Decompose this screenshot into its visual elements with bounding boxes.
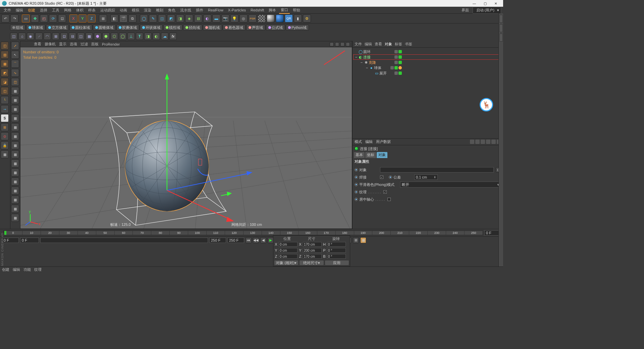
field-btn-11[interactable]: 声音域 xyxy=(246,24,265,31)
cloner-button[interactable]: ◈ xyxy=(185,14,193,22)
t3-6[interactable]: ⊞ xyxy=(52,33,59,40)
field-btn-13[interactable]: Python域 xyxy=(286,24,309,31)
lt2-path-icon[interactable]: ∿ xyxy=(11,69,19,77)
flag-gray-icon[interactable] xyxy=(394,50,398,53)
sphere-icon[interactable] xyxy=(267,14,275,22)
t3-5[interactable]: ◠ xyxy=(44,33,51,40)
t3-9[interactable]: ◫ xyxy=(77,33,85,40)
field-btn-12[interactable]: 公式域 xyxy=(266,24,285,31)
attr-icon-1[interactable] xyxy=(470,140,474,144)
bm-create[interactable]: 创建 xyxy=(2,267,9,272)
flag-orange-icon[interactable] xyxy=(398,66,402,69)
attr-phong-combo[interactable]: 断开▾ xyxy=(400,182,501,188)
size-input[interactable]: 170 cm xyxy=(303,254,322,259)
t3-3[interactable]: ◉ xyxy=(27,33,34,40)
menu-pipeline[interactable]: 流水线 xyxy=(178,7,193,13)
bm-edit[interactable]: 编辑 xyxy=(13,267,20,272)
key-misc-button[interactable]: ⊞ xyxy=(353,237,359,243)
tree-flags[interactable] xyxy=(394,71,502,75)
tree-row-2[interactable]: −✺克隆 xyxy=(353,60,502,65)
t3-7[interactable]: ⊡ xyxy=(60,33,68,40)
subdiv-button[interactable]: ◩ xyxy=(167,14,175,22)
texture-mode-icon[interactable]: ▨ xyxy=(1,51,9,59)
rot-input[interactable]: 0 ° xyxy=(327,254,346,259)
menu-tracker[interactable]: 运动跟踪 xyxy=(99,7,117,13)
move-tool[interactable]: ✥ xyxy=(31,14,39,22)
rotate-tool[interactable]: ⟳ xyxy=(49,14,57,22)
field-btn-5[interactable]: 胶囊体域 xyxy=(116,24,139,31)
coord-mode-combo[interactable]: 对象 (相对) ▾ xyxy=(274,260,299,265)
tree-flags[interactable] xyxy=(394,50,502,53)
tree-row-4[interactable]: ▭展开 xyxy=(353,70,502,76)
field-btn-9[interactable]: 随机域 xyxy=(203,24,222,31)
poly-mode-icon[interactable]: ◫ xyxy=(1,87,9,95)
flag-green-icon[interactable] xyxy=(398,50,402,53)
scrub-bar[interactable] xyxy=(40,238,208,243)
bend-button[interactable]: ◐ xyxy=(203,14,211,22)
axis-mode-icon[interactable]: └ xyxy=(1,96,9,104)
t3-4[interactable]: ⟋ xyxy=(35,33,43,40)
prev-frame-button[interactable]: ◀ xyxy=(260,237,266,243)
render-pv-button[interactable]: ⧉ xyxy=(128,14,137,22)
t3-18[interactable]: ◐ xyxy=(153,33,160,40)
light-button[interactable]: 💡 xyxy=(230,14,238,22)
coord-size-combo[interactable]: 绝对尺寸 ▾ xyxy=(299,260,324,265)
lt2-6[interactable]: ▦ xyxy=(11,132,19,140)
uv-mode-icon[interactable]: ▦ xyxy=(1,60,9,68)
redo-button[interactable]: ↷ xyxy=(10,14,18,22)
tree-flags[interactable] xyxy=(390,66,502,69)
pos-input[interactable]: 0 cm xyxy=(279,242,298,247)
point-mode-icon[interactable]: ◩ xyxy=(1,69,9,77)
om-tab-3[interactable]: 对象 xyxy=(385,42,392,47)
t3-14[interactable]: ◯ xyxy=(119,33,126,40)
pos-input[interactable]: 0 cm xyxy=(279,248,298,253)
menu-create[interactable]: 创建 xyxy=(26,7,37,13)
tree-expand-icon[interactable]: − xyxy=(365,66,369,70)
recent-tool[interactable]: ⊡ xyxy=(58,14,66,22)
vp-menu-prorender[interactable]: ProRender xyxy=(102,42,120,46)
snap-s-icon[interactable]: S xyxy=(1,114,9,122)
tree-row-3[interactable]: −●球体 xyxy=(353,65,502,70)
menu-realflow[interactable]: RealFlow xyxy=(206,7,225,13)
attr-tex-checkbox[interactable]: ✓ xyxy=(383,190,387,194)
rot-input[interactable]: 0 ° xyxy=(327,242,346,247)
timeline-ruler[interactable]: 0102030405060708090100110120130140150160… xyxy=(3,231,483,235)
t3-11[interactable]: ⬢ xyxy=(94,33,101,40)
om-tab-4[interactable]: 标签 xyxy=(395,42,402,47)
rot-input[interactable]: 0 ° xyxy=(327,248,346,253)
lt2-11[interactable]: ▦ xyxy=(11,178,19,186)
om-tab-2[interactable]: 查看 xyxy=(375,42,382,47)
vp-nav1-icon[interactable] xyxy=(330,42,334,46)
field-btn-10[interactable]: 着色器域 xyxy=(223,24,246,31)
lock-icon[interactable]: 🔒 xyxy=(1,141,9,149)
cube-button[interactable]: ◫ xyxy=(158,14,166,22)
checker-icon[interactable] xyxy=(258,14,266,22)
vp-nav4-icon[interactable] xyxy=(346,42,350,46)
range-start-field[interactable]: 0 F xyxy=(2,238,19,243)
attr-icon-5[interactable] xyxy=(491,140,496,144)
psr-button[interactable]: PSR xyxy=(249,14,257,22)
attr-object-input[interactable] xyxy=(380,167,494,172)
spline-pen-button[interactable]: ✎ xyxy=(149,14,157,22)
coord-apply-button[interactable]: 应用 xyxy=(325,260,349,265)
scale-tool[interactable]: ◰ xyxy=(40,14,48,22)
minimize-button[interactable]: — xyxy=(469,0,480,6)
attr-weld-checkbox[interactable]: ✓ xyxy=(380,176,383,179)
viewport[interactable]: y x Number of emitters: 0 Total live par… xyxy=(20,47,352,229)
field-btn-8[interactable]: 径向域 xyxy=(183,24,202,31)
field-btn-0[interactable]: 组域 xyxy=(10,24,25,31)
vp-nav3-icon[interactable] xyxy=(340,42,344,46)
dopesheet-button[interactable]: ▦ xyxy=(360,237,366,243)
menu-edit[interactable]: 编辑 xyxy=(14,7,25,13)
vp-menu-options[interactable]: 选项 xyxy=(70,42,77,47)
grid-icon[interactable]: ▦ xyxy=(1,150,9,158)
om-tab-1[interactable]: 编辑 xyxy=(365,42,372,47)
tree-flags[interactable] xyxy=(394,55,502,59)
range-end2-field[interactable]: 250 F xyxy=(227,238,244,243)
vp-menu-camera[interactable]: 摄像机 xyxy=(45,42,56,47)
t3-12[interactable]: ⬢ xyxy=(102,33,110,40)
dock-tab-3[interactable] xyxy=(499,34,503,42)
field-btn-6[interactable]: 环状体域 xyxy=(140,24,163,31)
playhead-icon[interactable] xyxy=(4,231,6,235)
globe-icon[interactable] xyxy=(276,14,284,22)
